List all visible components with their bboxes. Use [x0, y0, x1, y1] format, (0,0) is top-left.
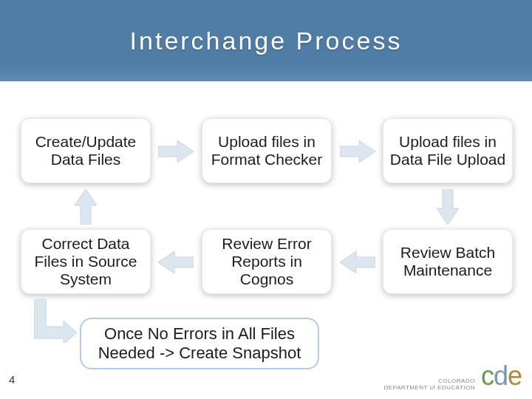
slide-title: Interchange Process [130, 27, 403, 55]
box-label: Create/Update Data Files [27, 133, 144, 168]
box-create-update: Create/Update Data Files [21, 118, 151, 183]
arrow-elbow-icon [34, 299, 77, 343]
svg-marker-6 [34, 299, 77, 343]
box-correct-source: Correct Data Files in Source System [21, 229, 151, 294]
footer-org: COLORADO DEPARTMENT of EDUCATION [384, 378, 475, 392]
footer-org-line2: DEPARTMENT of EDUCATION [384, 385, 475, 392]
box-final-snapshot: Once No Errors in All Files Needed -> Cr… [80, 318, 319, 369]
svg-marker-4 [158, 251, 194, 273]
svg-marker-0 [158, 140, 194, 163]
title-bar: Interchange Process [0, 0, 532, 81]
box-label: Once No Errors in All Files Needed -> Cr… [92, 324, 307, 364]
slide: Interchange Process Create/Update Data F… [0, 0, 532, 399]
arrow-right-icon [340, 140, 375, 163]
arrow-left-icon [340, 251, 375, 273]
arrow-left-icon [158, 251, 194, 273]
box-review-batch: Review Batch Maintenance [383, 229, 513, 294]
svg-marker-1 [340, 140, 375, 163]
box-format-checker: Upload files in Format Checker [202, 118, 332, 183]
arrow-down-icon [437, 189, 459, 225]
cde-logo-icon: cde [481, 361, 522, 392]
svg-marker-2 [437, 189, 459, 225]
arrow-right-icon [158, 140, 194, 163]
box-data-file-upload: Upload files in Data File Upload [383, 118, 513, 183]
page-number: 4 [9, 373, 15, 386]
box-label: Upload files in Format Checker [208, 133, 325, 168]
box-label: Review Error Reports in Cognos [208, 235, 325, 288]
svg-marker-3 [340, 251, 375, 273]
footer-logo: COLORADO DEPARTMENT of EDUCATION cde [384, 361, 522, 392]
box-review-cognos: Review Error Reports in Cognos [202, 229, 332, 294]
arrow-up-icon [75, 189, 97, 225]
box-label: Correct Data Files in Source System [27, 235, 144, 288]
box-label: Upload files in Data File Upload [389, 133, 506, 168]
box-label: Review Batch Maintenance [389, 244, 506, 279]
svg-marker-5 [75, 189, 97, 225]
